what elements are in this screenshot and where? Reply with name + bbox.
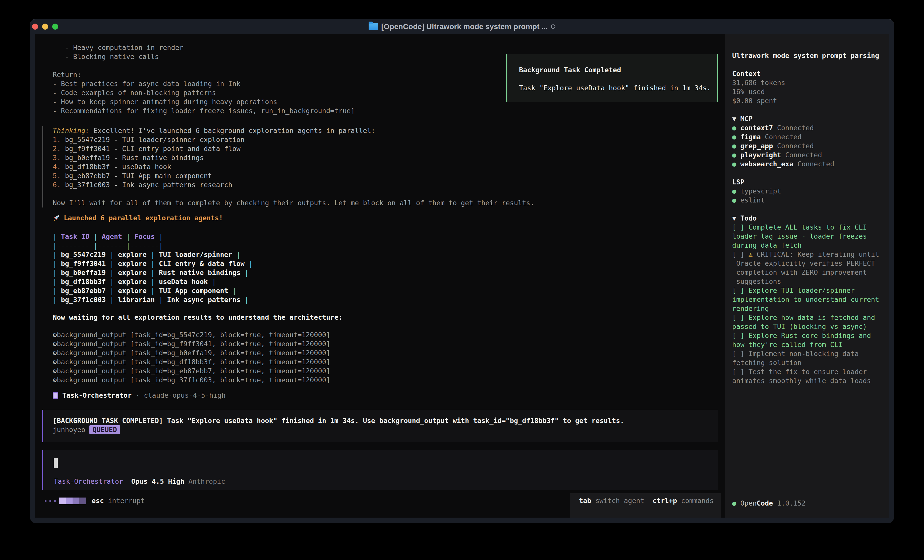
text-segment: | <box>147 269 159 277</box>
mcp-section[interactable]: ▼ MCP● context7 Connected● figma Connect… <box>732 114 889 178</box>
text-line: - Blocking native calls <box>53 52 355 61</box>
text-segment: background_output [task_id=bg_f9ff3041, … <box>57 340 330 348</box>
text-segment: | <box>53 278 61 286</box>
text-line: - Recommendations for fixing loader free… <box>53 106 355 115</box>
text-line: Task-Orchestrator Opus 4.5 High Anthropi… <box>54 477 225 486</box>
text-segment: Now I'll wait for all of them to complet… <box>53 199 534 207</box>
toast-notification[interactable]: Background Task Completed Task "Explore … <box>506 54 718 102</box>
text-segment: ● <box>732 499 741 507</box>
text-segment: | <box>106 296 118 304</box>
session-sidebar[interactable]: Ultrawork mode system prompt parsing Con… <box>725 34 889 518</box>
text-segment: background_output [task_id=bg_5547c219, … <box>57 331 330 339</box>
launch-announcement: Launched 6 parallel exploration agents! <box>53 214 223 223</box>
text-segment: Task-Orchestrator <box>54 478 123 485</box>
text-line: loader lag issue - loader freezes <box>732 232 889 241</box>
text-line: [ ] Complete ALL tasks to fix CLI <box>732 223 889 232</box>
text-segment: grep_app <box>741 142 773 150</box>
text-line: Thinking: Excellent! I've launched 6 bac… <box>53 126 534 135</box>
text-segment: bg_5547c219 - TUI loader/spinner explora… <box>65 136 244 144</box>
app-version: ● OpenCode 1.0.152 <box>732 499 806 508</box>
text-line: ● eslint <box>732 196 889 205</box>
text-segment: bg_df18bb3f <box>61 278 106 286</box>
text-line: Context <box>732 69 889 78</box>
text-segment: explore <box>118 269 147 277</box>
text-segment: passed to TUI (blocking vs async) <box>732 323 867 331</box>
text-segment: | <box>53 287 61 295</box>
interrupt-hint: esc interrupt <box>92 496 145 505</box>
text-segment: explore <box>118 251 147 258</box>
text-line: ⚙background_output [task_id=bg_f9ff3041,… <box>53 340 330 349</box>
text-segment: bg_37f1c003 - Ink async patterns researc… <box>65 181 232 189</box>
text-line: passed to TUI (blocking vs async) <box>732 322 889 331</box>
session-title-section: Ultrawork mode system prompt parsing <box>732 51 889 69</box>
status-bar-right: tab switch agent ctrl+p commands <box>570 493 721 518</box>
text-segment: implementation to understand current <box>732 295 879 303</box>
text-segment: loader lag issue - loader freezes <box>732 232 867 240</box>
text-line: Ultrawork mode system prompt parsing <box>732 51 889 60</box>
text-line: LSP <box>732 178 889 187</box>
text-segment: · claude-opus-4-5-high <box>132 391 225 399</box>
context-section: Context31,686 tokens16% used$0.00 spent <box>732 69 889 114</box>
thinking-block: Thinking: Excellent! I've launched 6 bac… <box>42 126 534 208</box>
text-segment: bg_b0effa19 <box>61 269 106 277</box>
text-segment: how they're called from CLI <box>732 341 842 349</box>
text-segment: 2. <box>53 145 65 153</box>
folder-icon <box>369 23 378 30</box>
text-segment: bg_f9ff3041 - CLI entry point and data f… <box>65 145 240 153</box>
text-segment: Context <box>732 70 761 78</box>
waiting-statement: Now waiting for all exploration results … <box>53 313 342 322</box>
text-segment: 31,686 tokens <box>732 79 785 87</box>
text-segment: Focus <box>134 232 154 240</box>
notification-body: Task "Explore useData hook" finished in … <box>519 84 717 93</box>
text-segment: explore <box>118 278 147 286</box>
text-line: ⚙background_output [task_id=bg_b0effa19,… <box>53 349 330 358</box>
text-segment: background_output [task_id=bg_df18bb3f, … <box>57 358 330 366</box>
window-titlebar[interactable]: [OpenCode] Ultrawork mode system prompt … <box>30 19 894 34</box>
text-line: ● figma Connected <box>732 132 889 142</box>
text-segment: bg_df18bb3f - useData hook <box>65 163 171 171</box>
text-segment: Connected <box>794 160 834 168</box>
text-segment: figma <box>741 133 761 141</box>
minimize-window-button[interactable] <box>42 24 48 30</box>
text-segment: Connected <box>761 133 802 141</box>
text-line: during data fetch <box>732 241 889 250</box>
text-segment: LSP <box>732 178 744 186</box>
text-segment: ⚙ <box>53 349 57 357</box>
agent-header: Task-Orchestrator · claude-opus-4-5-high <box>53 391 225 400</box>
text-line: - Code examples of non-blocking patterns <box>53 88 355 97</box>
text-line: suggestions <box>732 277 889 286</box>
prompt-footer: Task-Orchestrator Opus 4.5 High Anthropi… <box>54 477 225 486</box>
window-title-text: [OpenCode] Ultrawork mode system prompt … <box>381 22 548 31</box>
text-segment: | <box>53 269 61 277</box>
text-line: ▼ MCP <box>732 114 889 123</box>
text-line: ● context7 Connected <box>732 123 889 132</box>
text-segment: Excellent! I've launched 6 background ex… <box>89 127 375 135</box>
text-line: [ ] Test the fix to ensure loader <box>732 367 889 376</box>
prompt-input[interactable]: Task-Orchestrator Opus 4.5 High Anthropi… <box>42 450 718 490</box>
text-line: ⚙background_output [task_id=bg_5547c219,… <box>53 331 330 340</box>
text-segment: background_output [task_id=bg_37f1c003, … <box>57 376 330 384</box>
text-segment: 3. <box>53 154 65 162</box>
text-segment: tab <box>579 497 591 505</box>
text-line: $0.00 spent <box>732 96 889 105</box>
text-segment: fetching solution <box>732 359 801 367</box>
todo-section[interactable]: ▼ Todo[ ] Complete ALL tasks to fix CLIl… <box>732 214 889 385</box>
maximize-window-button[interactable] <box>52 24 58 30</box>
text-line: | bg_f9ff3041 | explore | CLI entry & da… <box>53 259 253 268</box>
close-window-button[interactable] <box>32 24 38 30</box>
text-line: - Best practices for async data loading … <box>53 79 355 88</box>
text-line: esc interrupt <box>92 496 145 505</box>
text-segment: Connected <box>773 124 814 132</box>
text-segment: 5. <box>53 172 65 180</box>
text-segment: | <box>232 251 240 258</box>
text-segment: bg_eb87ebb7 - TUI App main component <box>65 172 212 180</box>
text-line: |---------|-------|-------| <box>53 241 253 250</box>
text-line: junhoyeo QUEUED <box>53 425 718 434</box>
text-segment: | <box>208 278 216 286</box>
terminal-main-pane[interactable]: - Heavy computation in render - Blocking… <box>35 34 725 518</box>
text-segment: | <box>244 260 253 268</box>
text-line: ⚙background_output [task_id=bg_eb87ebb7,… <box>53 367 330 376</box>
launch-announcement-text: Launched 6 parallel exploration agents! <box>64 214 223 223</box>
text-segment: [ ] Complete ALL tasks to fix CLI <box>732 223 867 231</box>
text-line: Task-Orchestrator · claude-opus-4-5-high <box>62 391 225 400</box>
